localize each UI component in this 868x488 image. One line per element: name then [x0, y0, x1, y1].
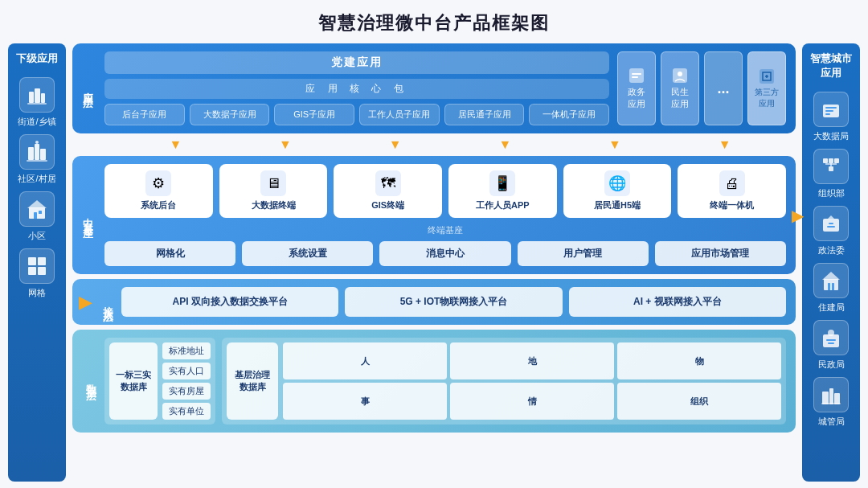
right-item-4: 民政局: [813, 320, 849, 371]
svg-rect-3: [27, 103, 47, 105]
data-grid: 人 地 物 事 情 组织: [283, 342, 781, 420]
sidebar-item-street: 街道/乡镇: [18, 77, 55, 128]
mgmt-2: 消息中心: [379, 241, 510, 266]
right-sidebar-title: 智慧城市应用: [805, 51, 857, 80]
mgmt-1: 系统设置: [242, 241, 373, 266]
svg-rect-19: [632, 76, 638, 78]
svg-point-21: [678, 72, 682, 76]
h5-icon: 🌐: [604, 170, 630, 196]
mgmt-0: 网格化: [104, 241, 235, 266]
svg-rect-26: [825, 113, 830, 115]
midlayer-content: ⚙ 系统后台 🖥 大数据终端 🗺 GIS终端 📱 工作人员APP: [104, 164, 786, 266]
right-box-label-0: 政务应用: [628, 86, 645, 110]
right-arrow-mid: ▶: [792, 206, 804, 225]
svg-rect-12: [39, 211, 42, 214]
right-item-0: 大数据局: [813, 92, 849, 142]
allinone-label: 终端一体机: [710, 199, 754, 211]
svg-rect-17: [629, 68, 644, 83]
data-sub-0: 标准地址: [162, 342, 211, 359]
data-layer: 数据层 一标三实数据库 标准地址 实有人口 实有房屋 实有单位: [72, 330, 796, 433]
arrows-row: ▼ ▼ ▼ ▼ ▼ ▼: [104, 138, 796, 151]
right-label-4: 民政局: [818, 359, 845, 371]
management-row: 网格化 系统设置 消息中心 用户管理 应用市场管理: [104, 241, 786, 266]
grid-item-5: 组织: [617, 383, 781, 420]
svg-rect-5: [35, 144, 39, 160]
dangjianyingyong-bar: 党建应用: [104, 51, 609, 74]
svg-rect-35: [827, 226, 835, 228]
right-label-0: 大数据局: [813, 130, 849, 142]
access-item-0: API 双向接入数据交换平台: [121, 287, 338, 317]
data-sub-1: 实有人口: [162, 363, 211, 379]
residential-icon: [19, 191, 55, 227]
data-sub-3: 实有单位: [162, 403, 211, 420]
center-area: 应用层 党建应用 应 用 核 心 包 后台子应用 大数据子应用 GIS子应用 工…: [72, 43, 796, 482]
jiceng-label: 基层治理数据库: [235, 369, 270, 393]
svg-rect-15: [28, 267, 36, 275]
svg-rect-39: [832, 283, 834, 290]
access-item-2: AI + 视联网接入平台: [569, 287, 786, 317]
terminal-h5: 🌐 居民通H5端: [563, 164, 672, 218]
right-box-label-third: 第三方应用: [755, 87, 779, 109]
svg-rect-36: [824, 279, 838, 290]
grid-item-1: 地: [450, 342, 614, 379]
construct-icon: [813, 263, 849, 298]
svg-rect-32: [825, 163, 837, 165]
arrow-5: ▼: [608, 138, 621, 151]
terminal-gis: 🗺 GIS终端: [334, 164, 442, 218]
svg-rect-27: [823, 158, 828, 163]
svg-rect-24: [825, 107, 837, 109]
app-right-box-dots: ...: [704, 51, 743, 125]
svg-rect-7: [27, 160, 47, 162]
right-item-3: 住建局: [813, 263, 849, 314]
allinone-icon: 🖨: [719, 170, 745, 196]
civil-icon: [813, 320, 849, 355]
svg-rect-28: [829, 158, 833, 163]
left-sidebar: 下级应用 街道/乡镇: [8, 43, 66, 482]
right-label-3: 住建局: [818, 301, 845, 314]
app-right-box-0: 政务应用: [617, 51, 656, 125]
sidebar-item-grid: 网格: [19, 248, 55, 299]
arrow-3: ▼: [389, 138, 402, 151]
svg-point-41: [828, 330, 834, 336]
terminal-bigdata: 🖥 大数据终端: [219, 164, 328, 218]
gis-label: GIS终端: [371, 199, 404, 211]
right-box-label-1: 民生应用: [671, 86, 689, 110]
svg-rect-25: [825, 110, 833, 112]
law-icon: [813, 206, 849, 241]
app-right-box-third: 第三方应用: [747, 51, 786, 125]
data-sub-2: 实有房屋: [162, 383, 211, 400]
app-layer-label: 应用层: [80, 84, 95, 93]
right-label-2: 政法委: [818, 244, 845, 256]
terminal-allinone: 🖨 终端一体机: [678, 164, 786, 218]
svg-rect-2: [41, 93, 45, 103]
system-label: 系统后台: [141, 199, 176, 211]
svg-rect-33: [823, 219, 839, 232]
svg-rect-0: [29, 92, 34, 103]
svg-rect-14: [38, 257, 46, 265]
grid-item-3: 事: [283, 383, 447, 420]
svg-rect-44: [822, 392, 829, 404]
arrow-1: ▼: [169, 138, 182, 151]
svg-marker-37: [822, 272, 840, 280]
street-icon: [19, 77, 55, 113]
svg-rect-47: [821, 403, 841, 404]
street-label: 街道/乡镇: [18, 116, 55, 128]
arrow-2: ▼: [279, 138, 292, 151]
jiceng-db-box: 基层治理数据库: [227, 342, 278, 420]
org-dept-icon: [813, 149, 849, 184]
app-right-boxes: 政务应用 民生应用 ... 第三方应用: [617, 51, 786, 125]
mid-layer: 中台基座 ⚙ 系统后台 🖥 大数据终端 🗺 GIS终端: [72, 156, 796, 274]
mgmt-4: 应用市场管理: [655, 241, 786, 266]
svg-rect-18: [632, 73, 641, 75]
grid-label: 网格: [28, 287, 46, 299]
right-label-5: 城管局: [818, 416, 845, 428]
data-sub-items: 标准地址 实有人口 实有房屋 实有单位: [162, 342, 211, 420]
data-content: 一标三实数据库 标准地址 实有人口 实有房屋 实有单位 基层治理数据库: [104, 338, 786, 424]
svg-rect-1: [35, 88, 40, 103]
svg-rect-6: [40, 149, 46, 160]
right-item-1: 组织部: [813, 149, 849, 199]
arrow-6: ▼: [719, 138, 731, 151]
sidebar-item-community: 社区/村居: [18, 134, 55, 185]
left-sidebar-title: 下级应用: [16, 51, 58, 66]
community-label: 社区/村居: [18, 173, 55, 185]
